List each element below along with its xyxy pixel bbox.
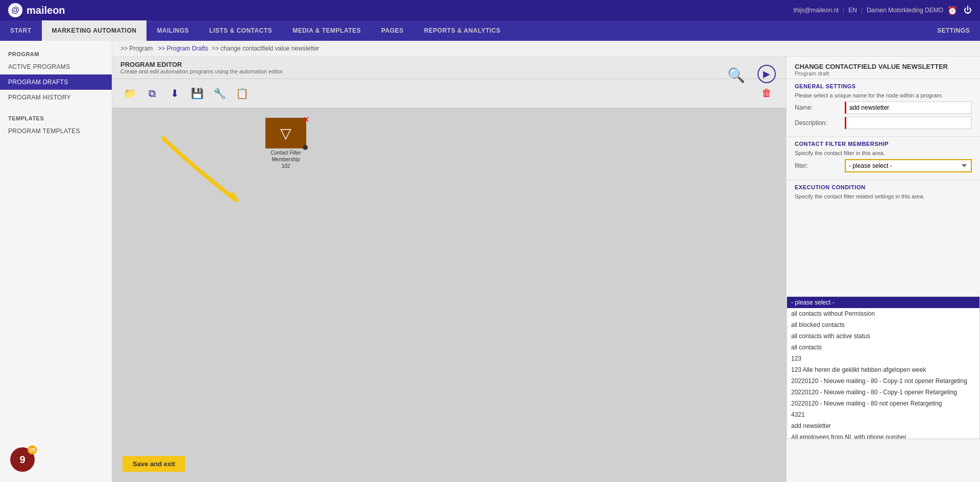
sidebar-item-program-drafts[interactable]: PROGRAM DRAFTS [0, 74, 112, 90]
toolbar-checklist[interactable]: 📋 [233, 84, 251, 103]
account-link[interactable]: Damen Motorkleding DEMO [867, 7, 943, 14]
general-settings-desc: Please select a unique name for the node… [795, 92, 972, 98]
save-exit-button[interactable]: Save and exit [122, 456, 185, 472]
toolbar-open-folder[interactable]: 📁 [120, 84, 139, 103]
toolbar-copy[interactable]: ⧉ [143, 84, 161, 103]
filter-row: filter: - please select - [795, 159, 972, 172]
toolbar-wrench[interactable]: 🔧 [210, 84, 229, 103]
panel-header: CHANGE CONTACTFIELD VALUE NEWSLETTER Pro… [787, 57, 980, 79]
main-nav: START MARKETING AUTOMATION MAILINGS LIST… [0, 20, 980, 41]
dropdown-item-10[interactable]: 4321 [787, 409, 979, 420]
clock-icon[interactable]: ⏰ [947, 6, 958, 15]
panel-contact-filter: CONTACT FILTER MEMBERSHIP Specify the co… [787, 136, 980, 180]
main-content: >> Program >> Program Drafts >> change c… [112, 41, 980, 482]
desc-input[interactable] [845, 117, 972, 129]
contact-filter-desc: Specify the contact filter in this area. [795, 150, 972, 156]
user-email: thijs@maileon.nl [794, 7, 839, 14]
app-body: PROGRAM ACTIVE PROGRAMS PROGRAM DRAFTS P… [0, 41, 980, 482]
dropdown-item-11[interactable]: add newsletter [787, 420, 979, 432]
dropdown-item-1[interactable]: all contacts without Permission [787, 308, 979, 319]
yellow-arrow-annotation [153, 128, 265, 210]
node-filter-icon: ▽ [280, 125, 291, 142]
sidebar-item-program-templates[interactable]: PROGRAM TEMPLATES [0, 123, 112, 139]
dropdown-item-9[interactable]: 20220120 - Nieuwe mailing - 80 not opene… [787, 398, 979, 409]
logo-text: maileon [27, 5, 65, 16]
general-settings-title: GENERAL SETTINGS [795, 83, 972, 89]
toolbar-download[interactable]: ⬇ [165, 84, 184, 103]
toolbar-save[interactable]: 💾 [188, 84, 206, 103]
logo: @ maileon [8, 3, 65, 17]
top-bar-right: thijs@maileon.nl | EN | Damen Motorkledi… [794, 6, 972, 15]
desc-label: Description: [795, 119, 841, 126]
node-close-icon[interactable]: ✕ [303, 115, 309, 124]
nav-settings[interactable]: SETTINGS [927, 27, 980, 34]
panel-subtitle: Program draft [795, 70, 972, 77]
dropdown-item-8[interactable]: 20220120 - Nieuwe mailing - 80 - Copy-1 … [787, 387, 979, 398]
sidebar-item-program-history[interactable]: PROGRAM HISTORY [0, 90, 112, 105]
canvas-delete-icon[interactable]: 🗑 [762, 87, 772, 99]
top-bar: @ maileon thijs@maileon.nl | EN | Damen … [0, 0, 980, 20]
contact-filter-title: CONTACT FILTER MEMBERSHIP [795, 141, 972, 147]
breadcrumb: >> Program >> Program Drafts >> change c… [112, 41, 980, 57]
execution-condition-desc: Specify the contact filter related setti… [795, 193, 972, 199]
dropdown-item-12[interactable]: All employees from NL with phone number [787, 432, 979, 439]
badge-letter: 9 [19, 454, 25, 466]
name-input[interactable] [845, 102, 972, 114]
dropdown-item-5[interactable]: 123 [787, 353, 979, 364]
canvas-header: PROGRAM EDITOR Create and edit automatio… [112, 57, 786, 79]
filter-select[interactable]: - please select - [845, 159, 972, 172]
canvas-node-contact-filter[interactable]: ▽ ✕ Contact FilterMembership102 [265, 118, 306, 169]
nav-media-templates[interactable]: MEDIA & TEMPLATES [282, 20, 371, 41]
nav-pages[interactable]: PAGES [371, 20, 414, 41]
editor-area: PROGRAM EDITOR Create and edit automatio… [112, 57, 980, 482]
nav-mailings[interactable]: MAILINGS [146, 20, 199, 41]
dropdown-item-6[interactable]: 123 Alle heren die geklikt hebben afgelo… [787, 364, 979, 375]
canvas-play-button[interactable]: ▶ [757, 65, 776, 83]
panel-general-settings: GENERAL SETTINGS Please select a unique … [787, 79, 980, 136]
panel-title: CHANGE CONTACTFIELD VALUE NEWSLETTER [795, 63, 972, 70]
nav-lists-contacts[interactable]: LISTS & CONTACTS [199, 20, 282, 41]
execution-condition-title: EXECUTION CONDITION [795, 184, 972, 190]
desc-row: Description: [795, 117, 972, 129]
nav-reports-analytics[interactable]: REPORTS & ANALYTICS [414, 20, 511, 41]
canvas-title: PROGRAM EDITOR [120, 61, 778, 68]
dropdown-item-2[interactable]: all blocked contacts [787, 319, 979, 331]
dropdown-item-7[interactable]: 20220120 - Nieuwe mailing - 80 - Copy-1 … [787, 375, 979, 387]
right-panel: CHANGE CONTACTFIELD VALUE NEWSLETTER Pro… [786, 57, 980, 482]
logo-icon: @ [8, 3, 22, 17]
sidebar-badge-area: 9 19 [10, 447, 35, 472]
sidebar-templates-section: TEMPLATES [0, 110, 112, 123]
name-row: Name: [795, 102, 972, 114]
breadcrumb-current: >> change contactfield value newsletter [210, 45, 319, 52]
svg-marker-0 [227, 192, 240, 204]
canvas-search-icon[interactable]: 🔍 [727, 67, 745, 84]
canvas-area: PROGRAM EDITOR Create and edit automatio… [112, 57, 786, 482]
filter-label: filter: [795, 162, 841, 169]
nav-start[interactable]: START [0, 20, 42, 41]
canvas-desc: Create and edit automation programs usin… [120, 68, 778, 74]
name-label: Name: [795, 104, 841, 111]
sidebar-item-active-programs[interactable]: ACTIVE PROGRAMS [0, 59, 112, 74]
canvas-toolbar: 📁 ⧉ ⬇ 💾 🔧 📋 [112, 79, 786, 108]
breadcrumb-drafts[interactable]: >> Program Drafts [158, 45, 208, 52]
node-label: Contact FilterMembership102 [265, 149, 306, 169]
dropdown-overlay: - please select - all contacts without P… [787, 296, 980, 439]
sidebar: PROGRAM ACTIVE PROGRAMS PROGRAM DRAFTS P… [0, 41, 112, 482]
breadcrumb-program: >> Program [120, 45, 156, 52]
top-bar-icons: ⏰ ⏻ [947, 6, 972, 15]
sidebar-program-section: PROGRAM [0, 46, 112, 59]
dropdown-item-3[interactable]: all contacts with active status [787, 331, 979, 342]
dropdown-item-please-select[interactable]: - please select - [787, 297, 979, 308]
badge-count: 19 [28, 445, 37, 454]
lang-link[interactable]: EN [848, 7, 857, 14]
notification-badge[interactable]: 9 19 [10, 447, 35, 472]
panel-execution-condition: EXECUTION CONDITION Specify the contact … [787, 180, 980, 207]
node-dot [303, 145, 308, 150]
power-icon[interactable]: ⏻ [964, 6, 972, 15]
dropdown-item-4[interactable]: all contacts [787, 342, 979, 353]
nav-marketing-automation[interactable]: MARKETING AUTOMATION [42, 20, 147, 41]
